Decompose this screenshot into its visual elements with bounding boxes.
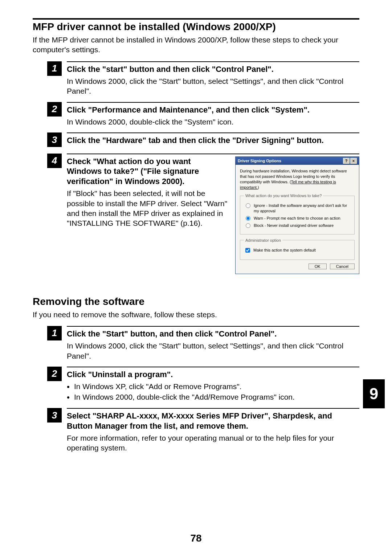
step-number: 3: [47, 132, 62, 147]
step-1: 1 Click the "start" button and then clic…: [47, 61, 359, 102]
dialog-title-text: Driver Signing Options: [238, 159, 281, 163]
dialog-description: During hardware installation, Windows mi…: [240, 168, 355, 190]
dialog-titlebar: Driver Signing Options ? ×: [236, 157, 359, 165]
step-title: Click the "Hardware" tab and then click …: [67, 135, 359, 146]
step-desc: For more information, refer to your oper…: [67, 433, 359, 453]
step-desc: In Windows 2000, click the "Start" butto…: [67, 341, 359, 361]
step-4: 4 Check "What action do you want Windows…: [47, 154, 359, 274]
bullet-item: In Windows XP, click "Add or Remove Prog…: [74, 381, 359, 392]
section-rule: [33, 18, 359, 20]
option-ignore[interactable]: Ignore - Install the software anyway and…: [244, 203, 351, 213]
step-number: 2: [47, 102, 62, 117]
step-number: 1: [47, 61, 62, 76]
option-admin-default[interactable]: Make this action the system default: [244, 248, 351, 254]
step-bullets: In Windows XP, click "Add or Remove Prog…: [67, 381, 359, 402]
document-page: MFP driver cannot be installed (Windows …: [0, 0, 392, 555]
step-title: Check "What action do you want Windows t…: [67, 156, 228, 187]
close-icon[interactable]: ×: [350, 158, 357, 164]
bullet-item: In Windows 2000, double-click the "Add/R…: [74, 392, 359, 402]
chapter-tab: 9: [363, 379, 385, 408]
step-title: Click the "start" button and then click …: [67, 64, 359, 74]
remove-step-1: 1 Click the "Start" button, and then cli…: [47, 326, 359, 367]
page-number: 78: [0, 532, 392, 544]
remove-step-2: 2 Click "Uninstall a program". In Window…: [47, 367, 359, 408]
step-3: 3 Click the "Hardware" tab and then clic…: [47, 132, 359, 148]
action-legend: What action do you want Windows to take?: [244, 193, 323, 198]
section-intro: If the MFP driver cannot be installed in…: [33, 35, 359, 55]
cancel-button[interactable]: Cancel: [330, 264, 355, 269]
option-block[interactable]: Block - Never install unsigned driver so…: [244, 223, 351, 228]
admin-legend: Administrator option: [244, 238, 282, 242]
radio-ignore[interactable]: [246, 203, 250, 208]
option-warn[interactable]: Warn - Prompt me each time to choose an …: [244, 216, 351, 221]
step-desc: In Windows 2000, double-click the "Syste…: [67, 117, 359, 127]
step-desc: If "Block" has been selected, it will no…: [67, 188, 228, 228]
action-fieldset: What action do you want Windows to take?…: [240, 193, 355, 234]
section-intro: If you need to remove the software, foll…: [33, 310, 359, 319]
step-desc: In Windows 2000, click the "Start" butto…: [67, 76, 359, 96]
radio-block[interactable]: [246, 223, 250, 228]
checkbox-admin-default[interactable]: [245, 248, 250, 253]
step-title: Click the "Start" button, and then click…: [67, 329, 359, 339]
step-number: 4: [47, 154, 62, 168]
step-number: 2: [47, 367, 62, 381]
step-number: 1: [47, 326, 62, 340]
driver-signing-dialog: Driver Signing Options ? × During hardwa…: [235, 156, 359, 274]
ok-button[interactable]: OK: [309, 264, 327, 269]
step-title: Click "Performance and Maintenance", and…: [67, 105, 359, 115]
section-title: MFP driver cannot be installed (Windows …: [33, 21, 359, 33]
step-2: 2 Click "Performance and Maintenance", a…: [47, 102, 359, 133]
step-title: Select "SHARP AL-xxxx, MX-xxxx Series MF…: [67, 411, 359, 431]
radio-warn[interactable]: [246, 216, 250, 221]
remove-step-3: 3 Select "SHARP AL-xxxx, MX-xxxx Series …: [47, 408, 359, 459]
help-icon[interactable]: ?: [343, 158, 350, 164]
section-title: Removing the software: [33, 296, 359, 307]
step-title: Click "Uninstall a program".: [67, 370, 359, 380]
step-number: 3: [47, 408, 62, 423]
admin-fieldset: Administrator option Make this action th…: [240, 238, 355, 260]
